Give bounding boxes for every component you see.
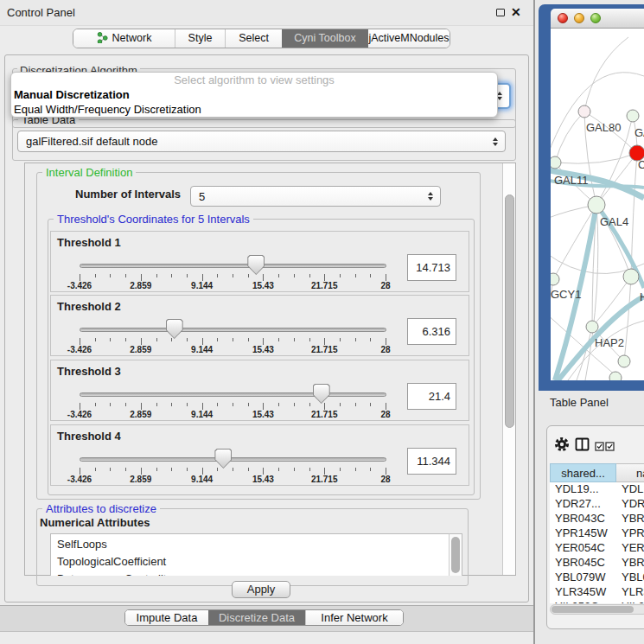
slider-tick [125,403,126,406]
popup-option-equal-width[interactable]: Equal Width/Frequency Discretization [11,102,497,117]
network-node[interactable] [627,110,639,122]
column-header-shared-name[interactable]: shared... [550,463,616,482]
threshold-4-value[interactable]: 11.344 [407,448,456,475]
network-node[interactable] [578,105,590,118]
list-item[interactable]: BetweennessCentrality [51,571,462,576]
network-node[interactable] [609,372,622,380]
float-icon[interactable] [496,9,505,16]
network-edge[interactable] [551,279,553,331]
tab-infer-network[interactable]: Infer Network [305,610,403,625]
column-header-name[interactable]: na [616,463,644,482]
threshold-4-slider-thumb[interactable] [214,449,232,469]
tab-select[interactable]: Select [225,29,282,48]
table-row[interactable]: YDL19...YDL19... [550,481,644,496]
slider-tick [340,403,341,406]
checkbox-icon[interactable] [595,439,604,455]
slider-tick [233,274,233,277]
tab-cyni-toolbox[interactable]: Cyni Toolbox [282,29,368,48]
vertical-scrollbar-thumb[interactable] [505,194,514,428]
table-row[interactable]: YDR27...YDR27... [550,496,644,511]
tab-network[interactable]: Network [73,29,175,48]
network-node[interactable] [586,321,598,333]
close-traffic-light[interactable] [558,13,568,23]
zoom-traffic-light[interactable] [590,13,601,23]
vertical-scrollbar[interactable] [502,163,515,575]
table-row[interactable]: YBL079WYBL079W [550,570,644,584]
slider-tick-label: 28 [380,281,390,290]
cell-name: YIL052C [622,599,644,603]
threshold-1-slider-thumb[interactable] [247,255,265,275]
column-layout-icon[interactable] [575,437,590,456]
gear-icon[interactable] [554,437,570,456]
slider-tick [80,274,80,281]
list-item[interactable]: TopologicalCoefficient [51,553,462,571]
threshold-3-value[interactable]: 21.4 [407,383,456,410]
tab-discretize-data[interactable]: Discretize Data [208,610,305,625]
threshold-2-slider-track[interactable] [80,328,386,332]
network-edge[interactable] [555,112,584,163]
threshold-3-slider-thumb[interactable] [313,384,330,404]
horizontal-scrollbar[interactable] [550,604,644,615]
table-data-combobox[interactable]: galFiltered.sif default node [17,131,506,152]
network-node[interactable] [588,196,605,214]
table-row[interactable]: YPR145WYPR145W [550,526,644,540]
network-node[interactable] [551,273,559,285]
slider-tick [355,338,356,341]
slider-tick [217,274,218,277]
slider-tick-label: 15.43 [252,475,274,484]
numerical-attributes-list[interactable]: SelfLoops TopologicalCoefficient Between… [50,533,462,576]
cell-name: YBR043C [622,511,644,526]
network-edge[interactable] [624,277,631,361]
checkbox-icon[interactable] [605,439,615,455]
slider-tick-label: -3.426 [67,410,92,419]
network-canvas[interactable]: GAL80GACGAL11GAL4GCY1HHAP2 [551,29,644,380]
list-scrollbar[interactable] [449,533,462,576]
network-node[interactable] [618,355,630,367]
table-row[interactable]: YLR345WYLR345W [550,584,644,599]
threshold-2-value[interactable]: 6.316 [407,318,456,345]
slider-tick-label: 9.144 [191,345,213,354]
cell-shared-name: YER054C [555,540,615,555]
table-row[interactable]: YBR045CYBR045C [550,555,644,570]
tab-jactivemnodules[interactable]: jActiveMNodules [368,29,450,48]
slider-tick [278,403,279,406]
threshold-4-slider-track[interactable] [80,457,386,462]
list-scrollbar-thumb[interactable] [451,537,460,573]
slider-tick [110,338,111,341]
slider-tick [217,403,218,406]
threshold-4-label: Threshold 4 [57,430,121,443]
threshold-1-slider-track[interactable] [80,264,386,268]
popup-option-manual-discretization[interactable]: Manual Discretization [11,87,497,102]
list-item[interactable]: SelfLoops [51,536,462,553]
network-node[interactable] [623,269,639,284]
tab-style[interactable]: Style [175,29,225,48]
number-of-intervals-label: Number of Intervals [75,188,181,201]
table-row[interactable]: YER054CYER054C [550,540,644,555]
table-row[interactable]: YIL052CYIL052C [550,599,644,603]
numerical-attributes-label: Numerical Attributes [40,516,150,529]
combo-arrows-icon [428,192,433,201]
table-row[interactable]: YBR043CYBR043C [550,511,644,526]
threshold-3-block: Threshold 3 -3.4262.8599.14415.4321.7152… [50,360,469,421]
slider-tick [263,403,264,410]
horizontal-scrollbar-thumb[interactable] [552,606,634,613]
tab-impute-data[interactable]: Impute Data [125,610,208,625]
app-root: Control Panel ✕ Network Style Select Cyn… [0,0,644,644]
slider-tick [156,468,157,471]
node-label: GA [634,126,644,139]
threshold-1-value[interactable]: 14.713 [407,254,456,281]
slider-tick [370,403,371,406]
threshold-2-slider-thumb[interactable] [166,319,183,339]
node-label: HAP2 [595,336,624,349]
apply-button[interactable]: Apply [232,581,290,598]
close-icon[interactable]: ✕ [511,0,521,26]
network-edge[interactable] [584,37,628,112]
minimize-traffic-light[interactable] [574,13,584,23]
node-label: H [640,290,644,303]
network-node[interactable] [551,156,561,169]
number-of-intervals-combobox[interactable]: 5 [190,186,441,207]
slider-tick [80,338,80,345]
threshold-3-slider-track[interactable] [80,392,386,397]
network-edge[interactable] [555,153,637,163]
slider-tick [386,274,386,281]
